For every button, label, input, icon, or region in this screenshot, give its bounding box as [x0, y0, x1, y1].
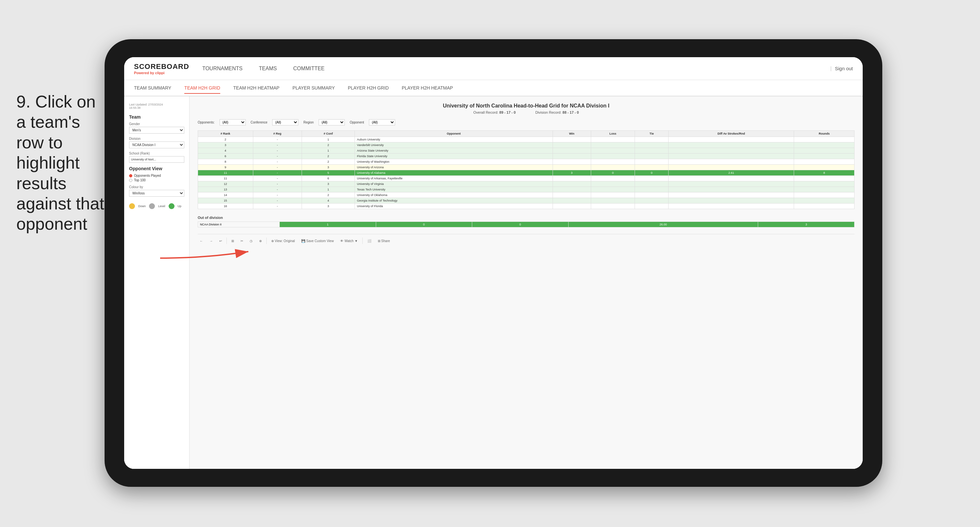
sidebar-gender-select[interactable]: Men's	[129, 127, 184, 134]
table-row[interactable]: 12-3University of Virginia	[198, 182, 854, 187]
cell-value	[668, 137, 794, 142]
cell-value	[552, 137, 591, 142]
col-diff: Diff Av Strokes/Rnd	[668, 131, 794, 137]
out-div-row[interactable]: NCAA Division II 1 0 0 26.00 3	[198, 222, 854, 228]
cell-value	[635, 187, 668, 193]
filter-row: Opponents: (All) Conference (All) Region…	[198, 119, 854, 126]
col-win: Win	[552, 131, 591, 137]
nav-teams[interactable]: TEAMS	[259, 64, 277, 73]
color-legend: Down Level Up	[129, 203, 184, 209]
cell-value: -	[253, 154, 302, 159]
data-panel: University of North Carolina Head-to-Hea…	[189, 96, 863, 469]
cell-value: 4	[198, 148, 253, 154]
cell-value	[635, 142, 668, 148]
cell-value: 5	[302, 170, 355, 176]
filter-region-select[interactable]: (All)	[318, 119, 345, 126]
down-color-dot	[129, 203, 135, 209]
filter-conference-label: Conference	[251, 121, 267, 124]
arrow-indicator	[157, 242, 255, 274]
cell-value	[668, 148, 794, 154]
radio-opponents-played-indicator	[129, 174, 132, 177]
cell-value	[668, 193, 794, 198]
cell-value: 15	[198, 198, 253, 204]
logo-powered: Powered by clippi	[134, 71, 189, 75]
tab-player-summary[interactable]: PLAYER SUMMARY	[293, 83, 335, 93]
filter-opponents-label: Opponents:	[198, 121, 215, 124]
nav-tournaments[interactable]: TOURNAMENTS	[202, 64, 242, 73]
table-row[interactable]: 9-3University of Arizona	[198, 165, 854, 170]
sidebar-radio-top-100[interactable]: Top 100	[129, 178, 184, 182]
nav-committee[interactable]: COMMITTEE	[293, 64, 325, 73]
cell-opponent: Florida State University	[355, 154, 552, 159]
sidebar-radio-opponents-played[interactable]: Opponents Played	[129, 174, 184, 177]
cell-value	[591, 159, 635, 165]
filter-region-label: Region	[303, 121, 314, 124]
sidebar-timestamp: Last Updated: 27/03/2024 16:55:38	[129, 103, 184, 110]
cell-value	[552, 159, 591, 165]
cell-value: 1	[302, 137, 355, 142]
table-row[interactable]: 11-5University of Alabama3002.618	[198, 170, 854, 176]
sign-out-link[interactable]: Sign out	[835, 66, 853, 71]
toolbar-view-original[interactable]: ⊕ View: Original	[269, 238, 297, 244]
cell-value: 2	[302, 142, 355, 148]
table-row[interactable]: 11-6University of Arkansas, Fayetteville	[198, 176, 854, 182]
sidebar-division-select[interactable]: NCAA Division I	[129, 142, 184, 148]
level-label: Level	[158, 205, 165, 208]
tab-team-h2h-grid[interactable]: TEAM H2H GRID	[184, 83, 220, 94]
panel-title: University of North Carolina Head-to-Hea…	[198, 103, 854, 109]
cell-value: -	[253, 193, 302, 198]
cell-value	[552, 198, 591, 204]
cell-value: 0	[635, 170, 668, 176]
tab-player-h2h-heatmap[interactable]: PLAYER H2H HEATMAP	[402, 83, 453, 93]
sidebar-opponent-view-label: Opponent View	[129, 166, 184, 171]
cell-value	[591, 137, 635, 142]
tab-team-summary[interactable]: TEAM SUMMARY	[134, 83, 171, 93]
table-row[interactable]: 3-2Vanderbilt University	[198, 142, 854, 148]
table-row[interactable]: 4-1Arizona State University	[198, 148, 854, 154]
toolbar-divider-2	[266, 237, 267, 244]
toolbar-add[interactable]: ⊕	[257, 238, 264, 244]
filter-conference-select[interactable]: (All)	[272, 119, 298, 126]
filter-opponents-select[interactable]: (All)	[220, 119, 246, 126]
table-row[interactable]: 16-3University of Florida	[198, 204, 854, 209]
nav-items: TOURNAMENTS TEAMS COMMITTEE	[202, 64, 516, 73]
cell-value	[794, 137, 854, 142]
cell-value: 6	[302, 176, 355, 182]
logo-area: SCOREBOARD Powered by clippi	[134, 62, 189, 75]
table-row[interactable]: 6-2Florida State University	[198, 154, 854, 159]
toolbar-screen[interactable]: ⬜	[365, 238, 373, 244]
cell-value	[668, 198, 794, 204]
tab-team-h2h-heatmap[interactable]: TEAM H2H HEATMAP	[233, 83, 279, 93]
cell-value: 2	[302, 159, 355, 165]
toolbar-save-custom[interactable]: 💾 Save Custom View	[299, 238, 336, 244]
cell-value	[668, 204, 794, 209]
sidebar-school-box: University of Nort...	[129, 156, 184, 163]
cell-value	[552, 142, 591, 148]
toolbar-watch[interactable]: 👁 Watch ▼	[338, 238, 360, 244]
sub-nav: TEAM SUMMARY TEAM H2H GRID TEAM H2H HEAT…	[124, 80, 863, 96]
table-row[interactable]: 15-4Georgia Institute of Technology	[198, 198, 854, 204]
sidebar-colour-by-select[interactable]: Win/loss	[129, 190, 184, 197]
cell-value: -	[253, 137, 302, 142]
cell-value	[794, 154, 854, 159]
tab-player-h2h-grid[interactable]: PLAYER H2H GRID	[348, 83, 389, 93]
cell-value	[794, 198, 854, 204]
table-row[interactable]: 13-1Texas Tech University	[198, 187, 854, 193]
cell-value: 13	[198, 187, 253, 193]
filter-opponent-label: Opponent	[350, 121, 364, 124]
cell-value: 4	[302, 198, 355, 204]
cell-opponent: Vanderbilt University	[355, 142, 552, 148]
cell-value	[552, 154, 591, 159]
cell-value: 8	[198, 159, 253, 165]
table-row[interactable]: 14-2University of Oklahoma	[198, 193, 854, 198]
toolbar-share[interactable]: ⊞ Share	[376, 238, 392, 244]
cell-value	[668, 165, 794, 170]
table-row[interactable]: 8-2University of Washington	[198, 159, 854, 165]
panel-records: Overall Record: 89 - 17 - 0 Division Rec…	[198, 110, 854, 115]
out-of-division-title: Out of division	[198, 216, 854, 220]
filter-opponent-select[interactable]: (All)	[369, 119, 395, 126]
table-row[interactable]: 2-1Auburn University	[198, 137, 854, 142]
cell-value: -	[253, 142, 302, 148]
cell-opponent: Georgia Institute of Technology	[355, 198, 552, 204]
main-table-body: 2-1Auburn University3-2Vanderbilt Univer…	[198, 137, 854, 209]
